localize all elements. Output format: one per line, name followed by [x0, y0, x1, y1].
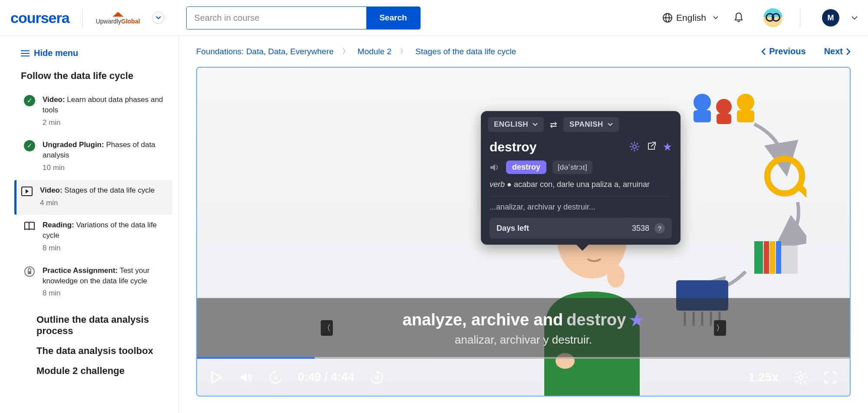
chevron-right-icon [846, 48, 851, 55]
sidebar-item[interactable]: Reading: Variations of the data life cyc… [21, 215, 172, 260]
video-controls: 10 0:49 / 4:44 10 1.25x [197, 359, 850, 396]
section-title[interactable]: The data analysis toolbox [36, 345, 172, 357]
search-input[interactable] [187, 7, 367, 29]
chevron-down-icon[interactable] [852, 16, 858, 20]
svg-point-11 [716, 99, 732, 115]
notifications-button[interactable] [732, 11, 745, 24]
dictionary-popup: ENGLISH ⇄ SPANISH destroy ★ [481, 111, 681, 245]
header: coursera UpwardlyGlobal Search English M [0, 0, 868, 36]
svg-rect-8 [28, 271, 31, 274]
word-pill[interactable]: destroy [506, 161, 546, 174]
divider [82, 9, 83, 27]
star-icon[interactable]: ★ [629, 311, 644, 330]
svg-line-43 [804, 373, 806, 374]
svg-rect-14 [737, 110, 754, 122]
breadcrumb-link[interactable]: Foundations: Data, Data, Everywhere [196, 47, 334, 56]
chevron-right-icon: 〉 [400, 47, 407, 56]
menu-icon [21, 50, 30, 57]
divider [800, 9, 800, 27]
svg-rect-21 [776, 241, 781, 274]
lang-from-selector[interactable]: ENGLISH [488, 117, 544, 132]
forward-10-icon: 10 [369, 370, 384, 385]
video-player[interactable]: analyze, archive and destroy ★ analizar,… [196, 67, 851, 397]
previous-button[interactable]: Previous [761, 46, 806, 56]
external-link-icon [647, 141, 656, 151]
context-sentence: ...analizar, archivar y destruir... [490, 203, 672, 212]
breadcrumb: Foundations: Data, Data, Everywhere 〉 Mo… [196, 47, 516, 56]
svg-rect-12 [717, 114, 731, 124]
svg-line-51 [631, 149, 632, 150]
section-title[interactable]: Module 2 challenge [36, 365, 172, 377]
svg-rect-19 [764, 241, 769, 274]
svg-line-50 [637, 149, 638, 150]
mascot-icon[interactable] [763, 8, 783, 27]
fullscreen-button[interactable] [823, 370, 838, 385]
sidebar-item[interactable]: Video: Stages of the data life cycle4 mi… [14, 180, 172, 215]
sidebar-item[interactable]: ✓Video: Learn about data phases and tool… [21, 89, 172, 134]
fullscreen-icon [824, 371, 836, 384]
chevron-down-icon [608, 123, 613, 126]
svg-line-49 [631, 143, 632, 144]
caption-secondary: analizar, archivar y destruir. [455, 333, 592, 347]
partner-logo[interactable]: UpwardlyGlobal [96, 11, 140, 25]
svg-line-52 [637, 143, 638, 144]
language-selector[interactable]: English [662, 13, 718, 23]
popup-open-external-icon[interactable] [647, 141, 656, 153]
svg-point-44 [633, 145, 636, 148]
user-avatar[interactable]: M [822, 9, 839, 26]
rewind-10-icon: 10 [268, 370, 283, 385]
chevron-down-icon [156, 16, 161, 20]
svg-text:10: 10 [374, 375, 379, 380]
pronounce-button[interactable] [490, 163, 500, 172]
sidebar: Hide menu Follow the data life cycle ✓Vi… [0, 36, 179, 413]
svg-point-35 [799, 375, 803, 380]
popup-header: ENGLISH ⇄ SPANISH [481, 111, 681, 138]
forward-button[interactable]: 10 [369, 370, 384, 385]
settings-button[interactable] [793, 370, 808, 385]
gear-icon [629, 141, 640, 152]
sidebar-item[interactable]: Practice Assignment: Test your knowledge… [21, 260, 172, 305]
popup-word: destroy ★ [490, 140, 672, 154]
caption-next-button[interactable]: 〉 [714, 320, 726, 336]
popup-favorite-icon[interactable]: ★ [663, 141, 672, 153]
definition: verb ● acabar con, darle una paliza a, a… [490, 180, 672, 197]
partner-dropdown[interactable] [152, 12, 164, 24]
chevron-down-icon [533, 123, 538, 126]
svg-rect-18 [754, 241, 763, 274]
section-title[interactable]: Outline the data analysis process [36, 314, 172, 337]
volume-button[interactable] [239, 370, 253, 385]
help-icon[interactable]: ? [654, 223, 665, 233]
rewind-button[interactable]: 10 [268, 370, 283, 385]
coursera-logo[interactable]: coursera [10, 10, 69, 26]
play-icon [21, 185, 33, 197]
body: Hide menu Follow the data life cycle ✓Vi… [0, 36, 868, 413]
svg-point-15 [767, 159, 802, 193]
days-left-row: Days left 3538 ? [490, 218, 672, 239]
popup-tail [576, 245, 589, 251]
breadcrumb-link[interactable]: Module 2 [358, 47, 391, 56]
item-title: Ungraded Plugin: Phases of data analysis [43, 140, 166, 161]
item-duration: 8 min [43, 243, 166, 253]
svg-line-41 [804, 380, 806, 382]
item-duration: 4 min [40, 198, 155, 208]
chevron-left-icon [761, 48, 766, 55]
swap-languages-button[interactable]: ⇄ [550, 119, 557, 130]
svg-rect-20 [770, 241, 775, 274]
hide-menu-button[interactable]: Hide menu [21, 48, 172, 58]
popup-settings-icon[interactable] [629, 141, 640, 153]
playback-speed[interactable]: 1.25x [748, 370, 779, 384]
chevron-right-icon: 〉 [342, 47, 349, 56]
lang-to-selector[interactable]: SPANISH [563, 117, 619, 132]
item-title: Video: Learn about data phases and tools [43, 95, 166, 115]
caption-prev-button[interactable]: 〈 [321, 320, 333, 336]
svg-line-40 [796, 373, 798, 374]
gear-icon [794, 370, 808, 384]
play-button[interactable] [209, 370, 224, 385]
partner-arrow-icon [112, 11, 124, 18]
section-title[interactable]: Follow the data life cycle [21, 70, 172, 82]
breadcrumb-bar: Foundations: Data, Data, Everywhere 〉 Mo… [196, 46, 851, 56]
search-button[interactable]: Search [366, 7, 420, 29]
sidebar-item[interactable]: ✓Ungraded Plugin: Phases of data analysi… [21, 134, 172, 180]
breadcrumb-link[interactable]: Stages of the data life cycle [415, 47, 516, 56]
next-button[interactable]: Next [824, 46, 851, 56]
